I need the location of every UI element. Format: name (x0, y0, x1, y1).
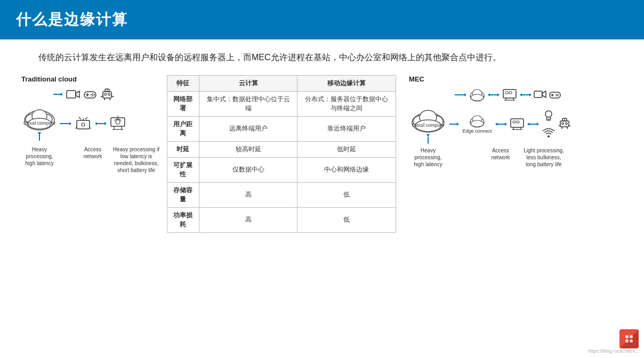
svg-rect-30 (77, 120, 90, 129)
svg-point-120 (630, 339, 633, 343)
up-arrow-icon (36, 132, 43, 143)
table-cell-edge: 低 (297, 182, 396, 207)
traditional-cloud-label: Traditional cloud (21, 75, 77, 83)
bidirect-arrow-icon (95, 120, 107, 127)
trad-top-icons (53, 87, 114, 101)
table-cell-edge: 中心和网络边缘 (297, 157, 396, 182)
svg-point-111 (562, 123, 564, 125)
table-row: 网络部署集中式：数据处理中心位于云端分布式：服务器位于数据中心与终端之间 (167, 91, 396, 116)
svg-marker-29 (69, 122, 71, 125)
access-network-label: Access network (79, 146, 107, 160)
logo-icon (623, 332, 635, 345)
mec-cloud-compute-icon: Cloud compute (409, 104, 447, 134)
table-cell-feature: 时延 (167, 141, 199, 157)
mec-robot-icon (558, 117, 571, 131)
table-cell-feature: 存储容量 (167, 182, 199, 207)
svg-rect-95 (517, 121, 519, 123)
table-cell-feature: 可扩展性 (167, 157, 199, 182)
table-cell-cloud: 集中式：数据处理中心位于云端 (199, 91, 297, 116)
table-cell-cloud: 仅数据中心 (199, 157, 297, 182)
col-header-cloud: 云计算 (199, 75, 297, 91)
svg-point-71 (557, 94, 558, 95)
traditional-cloud-section: Traditional cloud (21, 75, 162, 174)
svg-marker-65 (529, 93, 532, 96)
svg-point-74 (556, 94, 557, 95)
edge-connect-label: Edge connect (461, 128, 493, 134)
svg-line-104 (550, 117, 551, 119)
svg-marker-1 (61, 93, 63, 96)
table-row: 功率损耗高低 (167, 207, 396, 232)
mec-title: MEC (409, 75, 424, 83)
svg-marker-101 (537, 123, 539, 126)
mec-double-arrow-1 (488, 91, 500, 99)
table-row: 可扩展性仅数据中心中心和网络边缘 (167, 157, 396, 182)
svg-marker-92 (505, 123, 507, 126)
right-arrow-icon (60, 120, 71, 127)
mec-cloud-small-icon (469, 88, 486, 102)
svg-rect-94 (513, 121, 516, 123)
svg-line-34 (85, 117, 87, 119)
table-row: 存储容量高低 (167, 182, 396, 207)
table-cell-feature: 用户距离 (167, 116, 199, 141)
svg-point-8 (94, 94, 95, 95)
mec-gamepad-icon (549, 90, 561, 100)
svg-point-89 (471, 120, 484, 127)
mec-middle-row: Cloud compute (409, 104, 571, 144)
comparison-table-section: 特征 云计算 移动边缘计算 网络部署集中式：数据处理中心位于云端分布式：服务器位… (167, 75, 396, 233)
table-row: 时延较高时延低时延 (167, 141, 396, 157)
watermark: https://blog.csdn.net/v... (589, 329, 639, 354)
table-cell-cloud: 高 (199, 207, 297, 232)
svg-marker-90 (495, 123, 497, 126)
arrow-icon (53, 91, 63, 98)
mec-right-arrow (449, 120, 459, 128)
mec-video-icon (534, 90, 546, 100)
mec-double-arrow-2 (520, 91, 532, 99)
svg-line-103 (546, 117, 547, 119)
intro-paragraph: 传统的云计算发生在远离用户和设备的远程服务器上，而MEC允许进程在基站，中心办公… (21, 50, 623, 66)
svg-marker-81 (426, 134, 430, 137)
table-cell-edge: 靠近终端用户 (297, 116, 396, 141)
col-header-feature: 特征 (167, 75, 199, 91)
mec-access-label: Accessnetwork (485, 147, 517, 161)
table-cell-feature: 功率损耗 (167, 207, 199, 232)
svg-point-15 (108, 93, 110, 95)
page-title: 什么是边缘计算 (16, 10, 628, 30)
svg-marker-56 (497, 93, 500, 96)
robot-icon (100, 87, 114, 101)
table-cell-edge: 低时延 (297, 141, 396, 157)
mec-wifi-icon (541, 125, 556, 140)
access-network-icon (74, 114, 93, 133)
svg-point-10 (91, 94, 92, 95)
svg-text:Cloud compute: Cloud compute (412, 123, 445, 128)
svg-text:Cloud compute: Cloud compute (23, 120, 56, 126)
heavy-processing-label: Heavy processing if low latency is neede… (111, 146, 162, 174)
svg-marker-39 (104, 122, 107, 125)
table-cell-edge: 低 (297, 207, 396, 232)
main-diagram: Traditional cloud (21, 75, 623, 233)
mec-up-arrow (424, 134, 432, 144)
svg-marker-48 (464, 93, 466, 96)
table-row: 用户距离远离终端用户靠近终端用户 (167, 116, 396, 141)
cloud-compute-icon: Cloud compute (21, 104, 58, 132)
mec-top-icons (455, 87, 561, 102)
mec-da-4 (527, 120, 539, 128)
heavy-latency-label: Heavy processing, high latency (21, 146, 58, 167)
svg-marker-37 (95, 122, 97, 125)
svg-point-53 (471, 94, 484, 101)
mec-da-3 (495, 120, 507, 128)
svg-marker-67 (542, 91, 546, 97)
comparison-table: 特征 云计算 移动边缘计算 网络部署集中式：数据处理中心位于云端分布式：服务器位… (167, 75, 396, 233)
mec-labels: Heavy processing,high latency Accessnetw… (409, 147, 568, 168)
page-header: 什么是边缘计算 (0, 0, 644, 39)
table-cell-cloud: 高 (199, 182, 297, 207)
table-cell-edge: 分布式：服务器位于数据中心与终端之间 (297, 91, 396, 116)
watermark-logo (619, 329, 639, 348)
video-icon (66, 88, 80, 100)
svg-rect-2 (67, 91, 76, 98)
svg-marker-27 (38, 132, 41, 135)
svg-point-14 (104, 93, 107, 95)
mec-section: MEC (401, 75, 623, 168)
svg-marker-84 (457, 123, 459, 126)
mec-hub-icon (502, 87, 518, 102)
svg-point-72 (558, 94, 559, 95)
